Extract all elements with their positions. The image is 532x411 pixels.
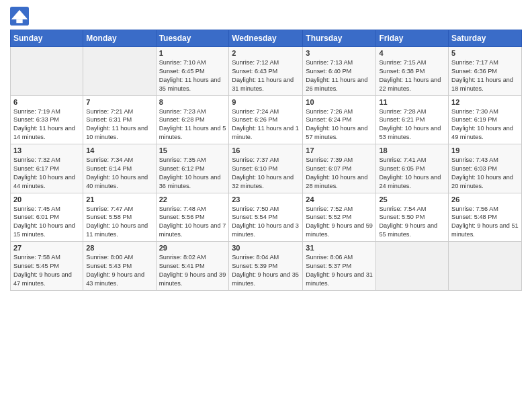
header [10, 7, 522, 26]
day-number: 16 [232, 146, 300, 154]
calendar-cell: 20Sunrise: 7:45 AM Sunset: 6:01 PM Dayli… [11, 193, 83, 242]
calendar-cell [83, 47, 156, 96]
calendar-cell [11, 47, 83, 96]
day-number: 20 [13, 195, 80, 203]
day-number: 13 [13, 146, 80, 154]
day-number: 18 [379, 146, 445, 154]
calendar-header-row: SundayMondayTuesdayWednesdayThursdayFrid… [11, 30, 522, 47]
calendar-cell: 17Sunrise: 7:39 AM Sunset: 6:07 PM Dayli… [303, 144, 376, 193]
calendar-cell: 27Sunrise: 7:58 AM Sunset: 5:45 PM Dayli… [11, 242, 83, 291]
calendar-cell: 24Sunrise: 7:52 AM Sunset: 5:52 PM Dayli… [303, 193, 376, 242]
day-number: 23 [232, 195, 300, 203]
calendar-table: SundayMondayTuesdayWednesdayThursdayFrid… [10, 30, 522, 291]
page: SundayMondayTuesdayWednesdayThursdayFrid… [0, 0, 532, 411]
calendar-cell: 11Sunrise: 7:28 AM Sunset: 6:21 PM Dayli… [376, 95, 449, 144]
day-header-tuesday: Tuesday [156, 30, 229, 47]
day-info: Sunrise: 7:30 AM Sunset: 6:19 PM Dayligh… [451, 107, 519, 142]
day-number: 29 [159, 244, 226, 252]
day-number: 14 [86, 146, 152, 154]
day-info: Sunrise: 7:26 AM Sunset: 6:24 PM Dayligh… [306, 107, 373, 142]
day-number: 4 [379, 49, 445, 57]
day-info: Sunrise: 7:24 AM Sunset: 6:26 PM Dayligh… [232, 107, 300, 142]
day-number: 9 [232, 98, 300, 106]
calendar-cell: 19Sunrise: 7:43 AM Sunset: 6:03 PM Dayli… [449, 144, 522, 193]
day-number: 1 [159, 49, 226, 57]
day-number: 19 [451, 146, 519, 154]
day-number: 17 [306, 146, 373, 154]
calendar-cell: 6Sunrise: 7:19 AM Sunset: 6:33 PM Daylig… [11, 95, 83, 144]
day-info: Sunrise: 7:41 AM Sunset: 6:05 PM Dayligh… [379, 156, 445, 191]
day-info: Sunrise: 7:19 AM Sunset: 6:33 PM Dayligh… [13, 107, 80, 142]
day-number: 10 [306, 98, 373, 106]
calendar-cell: 4Sunrise: 7:15 AM Sunset: 6:38 PM Daylig… [376, 47, 449, 96]
day-info: Sunrise: 7:58 AM Sunset: 5:45 PM Dayligh… [13, 253, 80, 288]
calendar-week-row: 6Sunrise: 7:19 AM Sunset: 6:33 PM Daylig… [11, 95, 522, 144]
day-number: 8 [159, 98, 226, 106]
day-info: Sunrise: 8:06 AM Sunset: 5:37 PM Dayligh… [306, 253, 373, 288]
day-info: Sunrise: 8:00 AM Sunset: 5:43 PM Dayligh… [86, 253, 152, 288]
calendar-cell: 18Sunrise: 7:41 AM Sunset: 6:05 PM Dayli… [376, 144, 449, 193]
day-info: Sunrise: 7:45 AM Sunset: 6:01 PM Dayligh… [13, 205, 80, 240]
day-number: 31 [306, 244, 373, 252]
calendar-cell: 25Sunrise: 7:54 AM Sunset: 5:50 PM Dayli… [376, 193, 449, 242]
calendar-cell: 28Sunrise: 8:00 AM Sunset: 5:43 PM Dayli… [83, 242, 156, 291]
calendar-cell: 26Sunrise: 7:56 AM Sunset: 5:48 PM Dayli… [449, 193, 522, 242]
calendar-week-row: 20Sunrise: 7:45 AM Sunset: 6:01 PM Dayli… [11, 193, 522, 242]
day-info: Sunrise: 8:02 AM Sunset: 5:41 PM Dayligh… [159, 253, 226, 288]
day-header-thursday: Thursday [303, 30, 376, 47]
day-info: Sunrise: 7:15 AM Sunset: 6:38 PM Dayligh… [379, 58, 445, 93]
day-info: Sunrise: 7:10 AM Sunset: 6:45 PM Dayligh… [159, 58, 226, 93]
calendar-cell: 5Sunrise: 7:17 AM Sunset: 6:36 PM Daylig… [449, 47, 522, 96]
day-info: Sunrise: 7:21 AM Sunset: 6:31 PM Dayligh… [86, 107, 152, 142]
day-number: 28 [86, 244, 152, 252]
calendar-week-row: 13Sunrise: 7:32 AM Sunset: 6:17 PM Dayli… [11, 144, 522, 193]
calendar-cell [376, 242, 449, 291]
day-info: Sunrise: 7:32 AM Sunset: 6:17 PM Dayligh… [13, 156, 80, 191]
day-info: Sunrise: 7:39 AM Sunset: 6:07 PM Dayligh… [306, 156, 373, 191]
day-header-monday: Monday [83, 30, 156, 47]
day-info: Sunrise: 7:50 AM Sunset: 5:54 PM Dayligh… [232, 205, 300, 240]
day-number: 12 [451, 98, 519, 106]
calendar-cell: 9Sunrise: 7:24 AM Sunset: 6:26 PM Daylig… [229, 95, 303, 144]
day-number: 27 [13, 244, 80, 252]
day-info: Sunrise: 7:37 AM Sunset: 6:10 PM Dayligh… [232, 156, 300, 191]
calendar-cell: 1Sunrise: 7:10 AM Sunset: 6:45 PM Daylig… [156, 47, 229, 96]
day-info: Sunrise: 7:12 AM Sunset: 6:43 PM Dayligh… [232, 58, 300, 93]
day-info: Sunrise: 7:43 AM Sunset: 6:03 PM Dayligh… [451, 156, 519, 191]
day-info: Sunrise: 7:52 AM Sunset: 5:52 PM Dayligh… [306, 205, 373, 240]
day-info: Sunrise: 7:47 AM Sunset: 5:58 PM Dayligh… [86, 205, 152, 240]
day-info: Sunrise: 7:23 AM Sunset: 6:28 PM Dayligh… [159, 107, 226, 142]
calendar-cell: 8Sunrise: 7:23 AM Sunset: 6:28 PM Daylig… [156, 95, 229, 144]
calendar-cell: 12Sunrise: 7:30 AM Sunset: 6:19 PM Dayli… [449, 95, 522, 144]
day-number: 30 [232, 244, 300, 252]
calendar-cell: 2Sunrise: 7:12 AM Sunset: 6:43 PM Daylig… [229, 47, 303, 96]
logo-icon [10, 7, 29, 26]
calendar-cell: 14Sunrise: 7:34 AM Sunset: 6:14 PM Dayli… [83, 144, 156, 193]
day-info: Sunrise: 7:34 AM Sunset: 6:14 PM Dayligh… [86, 156, 152, 191]
day-header-sunday: Sunday [11, 30, 83, 47]
calendar-cell: 31Sunrise: 8:06 AM Sunset: 5:37 PM Dayli… [303, 242, 376, 291]
calendar-cell: 10Sunrise: 7:26 AM Sunset: 6:24 PM Dayli… [303, 95, 376, 144]
calendar-cell: 15Sunrise: 7:35 AM Sunset: 6:12 PM Dayli… [156, 144, 229, 193]
day-info: Sunrise: 7:28 AM Sunset: 6:21 PM Dayligh… [379, 107, 445, 142]
day-number: 5 [451, 49, 519, 57]
logo [10, 7, 32, 26]
calendar-week-row: 27Sunrise: 7:58 AM Sunset: 5:45 PM Dayli… [11, 242, 522, 291]
calendar-cell: 3Sunrise: 7:13 AM Sunset: 6:40 PM Daylig… [303, 47, 376, 96]
day-number: 11 [379, 98, 445, 106]
day-number: 26 [451, 195, 519, 203]
calendar-cell: 21Sunrise: 7:47 AM Sunset: 5:58 PM Dayli… [83, 193, 156, 242]
day-info: Sunrise: 7:56 AM Sunset: 5:48 PM Dayligh… [451, 205, 519, 240]
day-number: 15 [159, 146, 226, 154]
day-info: Sunrise: 8:04 AM Sunset: 5:39 PM Dayligh… [232, 253, 300, 288]
day-number: 22 [159, 195, 226, 203]
calendar-cell: 22Sunrise: 7:48 AM Sunset: 5:56 PM Dayli… [156, 193, 229, 242]
day-number: 3 [306, 49, 373, 57]
day-info: Sunrise: 7:13 AM Sunset: 6:40 PM Dayligh… [306, 58, 373, 93]
day-header-saturday: Saturday [449, 30, 522, 47]
calendar-cell: 13Sunrise: 7:32 AM Sunset: 6:17 PM Dayli… [11, 144, 83, 193]
day-info: Sunrise: 7:35 AM Sunset: 6:12 PM Dayligh… [159, 156, 226, 191]
calendar-cell: 30Sunrise: 8:04 AM Sunset: 5:39 PM Dayli… [229, 242, 303, 291]
calendar-cell: 29Sunrise: 8:02 AM Sunset: 5:41 PM Dayli… [156, 242, 229, 291]
day-info: Sunrise: 7:17 AM Sunset: 6:36 PM Dayligh… [451, 58, 519, 93]
